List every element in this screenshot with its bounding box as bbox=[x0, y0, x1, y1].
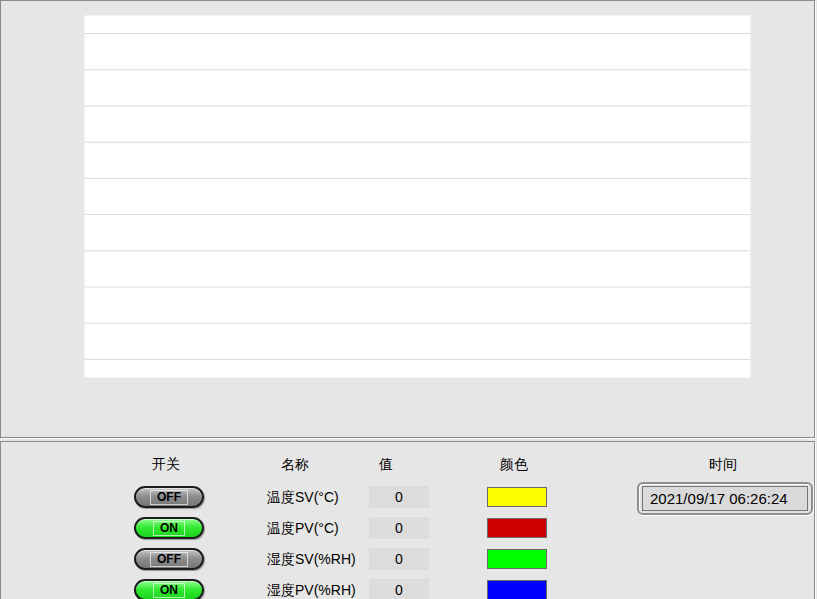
value-humid-pv: 0 bbox=[369, 579, 429, 599]
color-swatch-temp-pv bbox=[487, 518, 547, 538]
toggle-temp-pv-label: ON bbox=[153, 521, 185, 536]
header-time: 时间 bbox=[709, 456, 737, 474]
toggle-humid-pv-label: ON bbox=[153, 583, 185, 598]
trend-chart-panel bbox=[0, 0, 815, 438]
channel-name-temp-pv: 温度PV(°C) bbox=[267, 520, 339, 538]
toggle-humid-sv[interactable]: OFF bbox=[134, 548, 204, 570]
toggle-temp-pv[interactable]: ON bbox=[134, 517, 204, 539]
hmi-trend-screen: { "chart_data": { "type": "line", "title… bbox=[0, 0, 817, 599]
header-name: 名称 bbox=[281, 456, 309, 474]
value-humid-sv: 0 bbox=[369, 548, 429, 570]
channel-name-humid-sv: 湿度SV(%RH) bbox=[267, 551, 356, 569]
current-time-display: 2021/09/17 06:26:24 bbox=[637, 482, 813, 515]
channel-name-temp-sv: 温度SV(°C) bbox=[267, 489, 339, 507]
toggle-humid-pv[interactable]: ON bbox=[134, 579, 204, 599]
toggle-humid-sv-label: OFF bbox=[150, 552, 188, 567]
channel-control-panel: 开关 名称 值 颜色 时间 OFF 温度SV(°C) 0 ON 温度PV(°C)… bbox=[0, 441, 815, 599]
header-switch: 开关 bbox=[152, 456, 180, 474]
current-time-value: 2021/09/17 06:26:24 bbox=[642, 486, 808, 511]
value-temp-pv: 0 bbox=[369, 517, 429, 539]
color-swatch-humid-sv bbox=[487, 549, 547, 569]
color-swatch-temp-sv bbox=[487, 487, 547, 507]
header-value: 值 bbox=[379, 456, 393, 474]
trend-chart bbox=[1, 1, 816, 437]
toggle-temp-sv[interactable]: OFF bbox=[134, 486, 204, 508]
header-color: 颜色 bbox=[500, 456, 528, 474]
value-temp-sv: 0 bbox=[369, 486, 429, 508]
channel-name-humid-pv: 湿度PV(%RH) bbox=[267, 582, 356, 599]
color-swatch-humid-pv bbox=[487, 580, 547, 599]
toggle-temp-sv-label: OFF bbox=[150, 490, 188, 505]
